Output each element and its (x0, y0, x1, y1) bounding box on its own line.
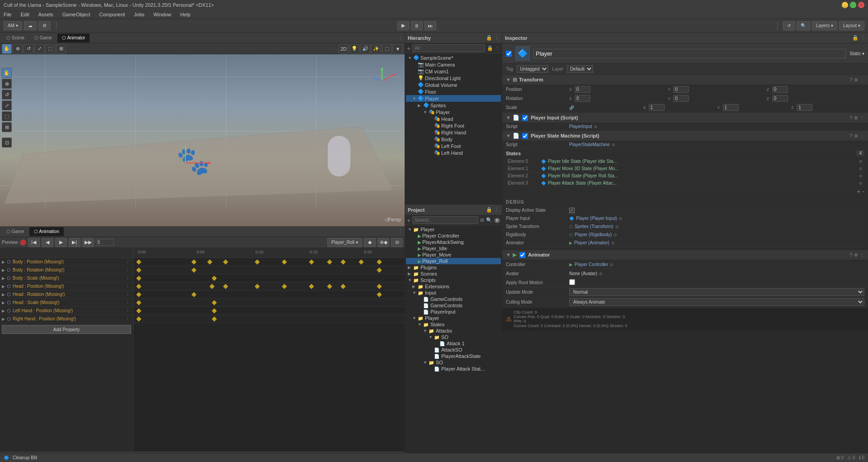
kf-7-1[interactable] (136, 308, 141, 313)
psm-header[interactable]: ▼ 📄 Player State Machine (Script) ? ⚙ ⋮ (502, 131, 868, 141)
hierarchy-search[interactable] (412, 44, 485, 52)
layer-select[interactable]: Default (567, 65, 593, 73)
project-item-so2[interactable]: ▼ 📁 SO (406, 359, 501, 366)
project-item-states[interactable]: ▼ 📁 States (406, 321, 501, 328)
inspector-lock[interactable]: 🔒 (852, 35, 859, 41)
project-item-extensions[interactable]: ▶ 📁 Extensions (406, 283, 501, 290)
pi-help[interactable]: ? (849, 115, 852, 120)
tool-hand[interactable]: ✋ (2, 68, 12, 78)
project-item-playerattackstate[interactable]: 📄 PlayerAttackState (406, 353, 501, 359)
kf-1-3[interactable] (207, 259, 212, 264)
kf-2-2[interactable] (191, 267, 196, 272)
menu-file[interactable]: File (2, 12, 14, 17)
transform-header[interactable]: ▼ ⊞ Transform ? ⚙ ⋮ (502, 75, 868, 85)
project-item-player-scripts[interactable]: ▼ 📁 Player (406, 315, 501, 321)
pi-settings[interactable]: ⚙ (854, 115, 858, 120)
hand-tool[interactable]: ✋ (2, 44, 12, 54)
project-item-scenes[interactable]: ▶ 📁 Scenes (406, 271, 501, 277)
kf-1-1[interactable] (136, 259, 141, 264)
hierarchy-menu[interactable]: ⋮ (494, 35, 499, 41)
rotate-tool[interactable]: ↺ (24, 44, 33, 54)
prop-menu-4[interactable]: ⋮ (126, 284, 131, 289)
play-button[interactable]: ▶ (397, 21, 409, 30)
cloud-button[interactable]: ☁ (24, 21, 37, 30)
warning-count[interactable]: ⚠ 0 (847, 455, 855, 460)
project-item-playerattackstat[interactable]: 📄 Player Attack Stat... (406, 366, 501, 372)
gizmo-button[interactable]: ⬚ (382, 44, 392, 54)
menu-gameobject[interactable]: GameObject (61, 12, 92, 17)
prop-expand-6[interactable]: ▶ (2, 300, 5, 305)
state-target-2[interactable]: ⊙ (859, 174, 863, 178)
project-item-playerctrl[interactable]: ▶ Player Controller (406, 233, 501, 239)
scale-tool[interactable]: ⤢ (34, 44, 44, 54)
kf-1-6[interactable] (282, 259, 287, 264)
kf-3-2[interactable] (212, 276, 217, 281)
2d-button[interactable]: 2D (339, 44, 349, 54)
tab-game-anim[interactable]: ⬡ Game (2, 227, 28, 236)
menu-assets[interactable]: Assets (37, 12, 55, 17)
tab-animator[interactable]: ⬡ Animator (57, 33, 90, 43)
tab-game[interactable]: ⬡ Game (30, 33, 57, 43)
kf-6-2[interactable] (212, 300, 217, 305)
kf-1-5[interactable] (255, 259, 259, 264)
kf-4-8[interactable] (340, 284, 345, 289)
hierarchy-item-light[interactable]: 💡 Directional Light (406, 75, 501, 81)
prop-menu-2[interactable]: ⋮ (126, 267, 131, 273)
fx-button[interactable]: ✨ (371, 44, 381, 54)
project-item-attacks[interactable]: ▼ 📁 Attacks (406, 328, 501, 334)
project-item-gamecontrols1[interactable]: 📄 GameControls (406, 296, 501, 302)
light-button[interactable]: 💡 (349, 44, 359, 54)
prop-expand-4[interactable]: ▶ (2, 284, 5, 289)
kf-1-9[interactable] (340, 259, 345, 264)
anim-time-input[interactable] (96, 239, 114, 246)
audio-button[interactable]: 🔊 (360, 44, 370, 54)
scale-x-input[interactable] (649, 104, 665, 111)
prop-expand-5[interactable]: ▶ (2, 292, 5, 297)
update-mode-select[interactable]: Normal (569, 288, 864, 296)
error-count[interactable]: ⊠ 0 (836, 455, 844, 460)
player-input-script-header[interactable]: ▼ 📄 Player Input (Script) ? ⚙ ⋮ (502, 113, 868, 123)
prop-menu-6[interactable]: ⋮ (126, 300, 131, 305)
hierarchy-item-righthand[interactable]: 🎭 Right Hand (406, 129, 501, 136)
state-target-0[interactable]: ⊙ (859, 159, 863, 164)
psm-target-icon[interactable]: ⊙ (612, 143, 615, 147)
hierarchy-options[interactable]: ⋮ (495, 45, 500, 51)
hierarchy-item-floor[interactable]: 🔷 Floor (406, 88, 501, 95)
project-add-button[interactable]: + (407, 217, 410, 224)
inspector-menu[interactable]: ⋮ (860, 35, 865, 41)
hierarchy-lock2[interactable]: 🔒 (487, 45, 493, 51)
rot-y-input[interactable] (673, 95, 689, 102)
tab-animation[interactable]: ⬡ Animation (29, 227, 64, 236)
prop-expand-1[interactable]: ▶ (2, 260, 5, 264)
project-item-player[interactable]: ▼ 📁 Player (406, 226, 501, 233)
object-name-input[interactable] (533, 49, 846, 58)
rect-tool[interactable]: ⬚ (45, 44, 55, 54)
anim-forward-button[interactable]: ▶▶ (82, 238, 94, 247)
kf-4-1[interactable] (136, 284, 141, 289)
prop-expand-2[interactable]: ▶ (2, 268, 5, 272)
kf-1-10[interactable] (359, 259, 363, 264)
state-target-1[interactable]: ⊙ (859, 167, 863, 171)
anim-help[interactable]: ? (849, 252, 852, 257)
minimize-button[interactable]: _ (842, 2, 848, 8)
psm-help[interactable]: ? (849, 133, 852, 138)
prop-menu-1[interactable]: ⋮ (126, 259, 131, 265)
rot-z-input[interactable] (772, 95, 788, 102)
anim-next-button[interactable]: ▶| (69, 238, 80, 247)
anim-settings[interactable]: ⚙ (854, 252, 858, 257)
step-button[interactable]: ⏭ (425, 21, 436, 30)
tab-scene[interactable]: ⬡ Scene (2, 33, 29, 43)
project-item-gamecontrols2[interactable]: 📄 GameControls (406, 302, 501, 309)
debug-rb-link[interactable]: ⊙ (613, 233, 617, 237)
hierarchy-item-lefthand[interactable]: 🎭 Left Hand (406, 149, 501, 156)
animator-active-checkbox[interactable] (519, 252, 525, 258)
kf-1-4[interactable] (223, 259, 228, 264)
scale-y-input[interactable] (723, 104, 739, 111)
kf-2-3[interactable] (377, 267, 382, 272)
kf-4-3[interactable] (223, 284, 228, 289)
project-item-playerattack[interactable]: ▶ PlayerAttackSwing (406, 239, 501, 245)
hierarchy-item-player[interactable]: ▼ 🔷 Player (406, 95, 501, 102)
kf-8-2[interactable] (212, 316, 217, 321)
tool-custom[interactable]: ⊞ (2, 122, 12, 132)
project-menu[interactable]: ⋮ (494, 207, 499, 213)
